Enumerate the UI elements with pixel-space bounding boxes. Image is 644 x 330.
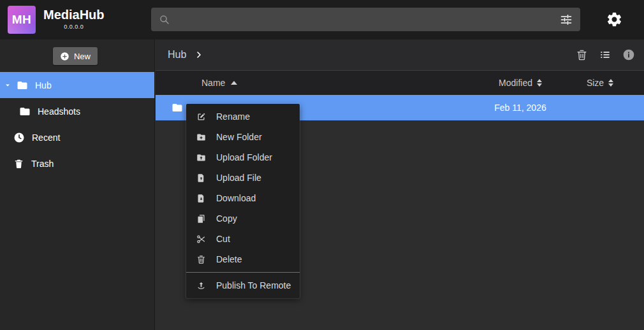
- chevron-right-icon: [194, 50, 204, 60]
- file-modified: Feb 11, 2026: [469, 103, 571, 113]
- menu-item-publish-to-remote[interactable]: Publish To Remote: [186, 275, 300, 296]
- menu-separator: [186, 272, 300, 273]
- new-button-label: New: [74, 52, 91, 61]
- menu-item-download[interactable]: Download: [186, 188, 300, 208]
- menu-item-delete[interactable]: Delete: [186, 249, 300, 269]
- sidebar-item-label: Headshots: [38, 106, 80, 117]
- list-view-icon[interactable]: [599, 48, 611, 61]
- sidebar-item-recent[interactable]: Recent: [0, 124, 154, 150]
- folder-icon: [19, 106, 31, 117]
- breadcrumb-hub[interactable]: Hub: [168, 49, 186, 61]
- menu-item-label: Copy: [216, 213, 237, 224]
- menu-item-rename[interactable]: Rename: [186, 106, 300, 127]
- app-logo-initials: MH: [12, 13, 32, 27]
- sidebar-nav: Hub Headshots Recent Trash: [0, 72, 154, 176]
- breadcrumb-bar: Hub: [156, 39, 644, 70]
- column-label: Modified: [499, 78, 532, 88]
- caret-down-icon[interactable]: [4, 82, 11, 89]
- clock-icon: [13, 132, 25, 143]
- delete-trash-icon: [196, 255, 206, 264]
- sidebar-item-hub[interactable]: Hub: [0, 72, 154, 98]
- column-header-size[interactable]: Size: [571, 78, 629, 88]
- menu-item-label: Rename: [216, 111, 250, 122]
- sort-both-icon: [537, 79, 542, 87]
- publish-icon: [196, 281, 206, 291]
- menu-item-label: Publish To Remote: [216, 280, 291, 291]
- search-bar[interactable]: [151, 8, 580, 31]
- download-icon: [196, 194, 206, 203]
- column-header-name[interactable]: Name: [156, 78, 469, 88]
- trash-icon[interactable]: [576, 49, 588, 61]
- sidebar: New Hub Headshots Recent: [0, 39, 155, 330]
- table-header: Name Modified Size: [156, 70, 644, 95]
- sidebar-item-headshots[interactable]: Headshots: [0, 98, 154, 124]
- menu-item-label: Upload Folder: [216, 152, 272, 162]
- cut-scissors-icon: [196, 234, 206, 244]
- copy-icon: [196, 214, 206, 224]
- rename-icon: [196, 112, 206, 122]
- menu-item-label: Delete: [216, 254, 242, 264]
- search-icon: [159, 14, 170, 25]
- main-panel: Hub Name Modified Size: [156, 39, 644, 330]
- menu-item-label: Download: [216, 193, 256, 203]
- app-logo: MH: [8, 6, 36, 34]
- menu-item-copy[interactable]: Copy: [186, 208, 300, 229]
- sidebar-item-label: Trash: [31, 159, 54, 169]
- gear-icon[interactable]: [606, 11, 623, 28]
- menu-item-cut[interactable]: Cut: [186, 229, 300, 249]
- new-button[interactable]: New: [53, 47, 98, 65]
- new-folder-icon: [196, 133, 206, 142]
- main-toolbar: [576, 48, 635, 61]
- menu-item-new-folder[interactable]: New Folder: [186, 127, 300, 147]
- menu-item-label: Upload File: [216, 173, 261, 183]
- menu-item-upload-file[interactable]: Upload File: [186, 168, 300, 188]
- tune-filter-icon[interactable]: [560, 13, 573, 26]
- sidebar-item-trash[interactable]: Trash: [0, 150, 154, 176]
- sort-asc-icon: [231, 81, 237, 85]
- column-header-modified[interactable]: Modified: [469, 78, 571, 88]
- sidebar-item-label: Recent: [32, 133, 60, 143]
- menu-item-label: New Folder: [216, 132, 262, 142]
- column-label: Name: [201, 78, 225, 88]
- app-version: 0.0.0.0: [64, 24, 84, 30]
- sort-both-icon: [608, 79, 613, 87]
- trash-icon: [13, 158, 24, 169]
- folder-icon: [17, 80, 28, 91]
- menu-item-label: Cut: [216, 234, 230, 244]
- menu-item-upload-folder[interactable]: Upload Folder: [186, 147, 300, 168]
- topbar: MH MediaHub 0.0.0.0: [0, 0, 644, 39]
- context-menu: Rename New Folder Upload Folder Upload F…: [186, 104, 300, 298]
- app-title-block: MediaHub 0.0.0.0: [43, 7, 105, 30]
- upload-file-icon: [196, 173, 206, 183]
- info-icon[interactable]: [622, 48, 635, 61]
- upload-folder-icon: [196, 153, 206, 162]
- folder-icon: [172, 102, 183, 113]
- plus-circle-icon: [60, 52, 70, 61]
- column-label: Size: [587, 78, 604, 88]
- app-title: MediaHub: [43, 7, 105, 22]
- search-input[interactable]: [177, 8, 555, 31]
- sidebar-item-label: Hub: [35, 80, 52, 90]
